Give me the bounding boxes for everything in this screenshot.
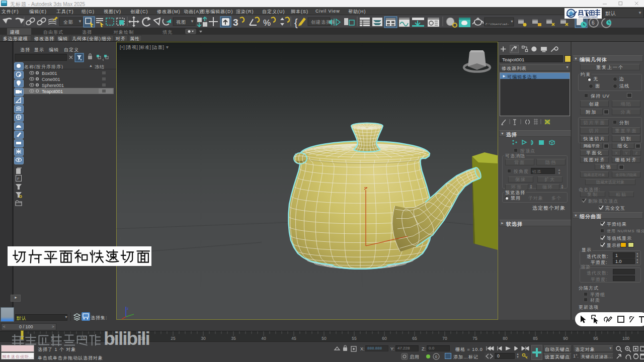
svg-text:85: 85 [533,336,538,341]
svg-text:F: F [17,176,20,181]
svg-text:55: 55 [352,336,357,341]
svg-text:100: 100 [622,336,629,341]
svg-text:70: 70 [442,336,447,341]
svg-text:CIYUANMOJIANG: CIYUANMOJIANG [579,16,598,19]
svg-text:40: 40 [261,336,266,341]
svg-text:50: 50 [321,336,327,341]
svg-text:{: { [294,17,298,28]
svg-text:25: 25 [171,336,176,341]
svg-text:90: 90 [563,336,568,341]
svg-text:35: 35 [231,336,236,341]
svg-text:45: 45 [291,336,296,341]
svg-text:95: 95 [593,336,598,341]
svg-text:z: z [127,307,129,310]
svg-text:%: % [263,18,271,28]
svg-text:65: 65 [412,336,417,341]
svg-text:75: 75 [472,336,477,341]
svg-text:30: 30 [201,336,206,341]
svg-text:80: 80 [503,336,508,341]
svg-text:3: 3 [233,17,238,28]
svg-text:6: 6 [592,20,595,26]
svg-text:60: 60 [382,336,387,341]
svg-text:0: 0 [435,354,438,359]
